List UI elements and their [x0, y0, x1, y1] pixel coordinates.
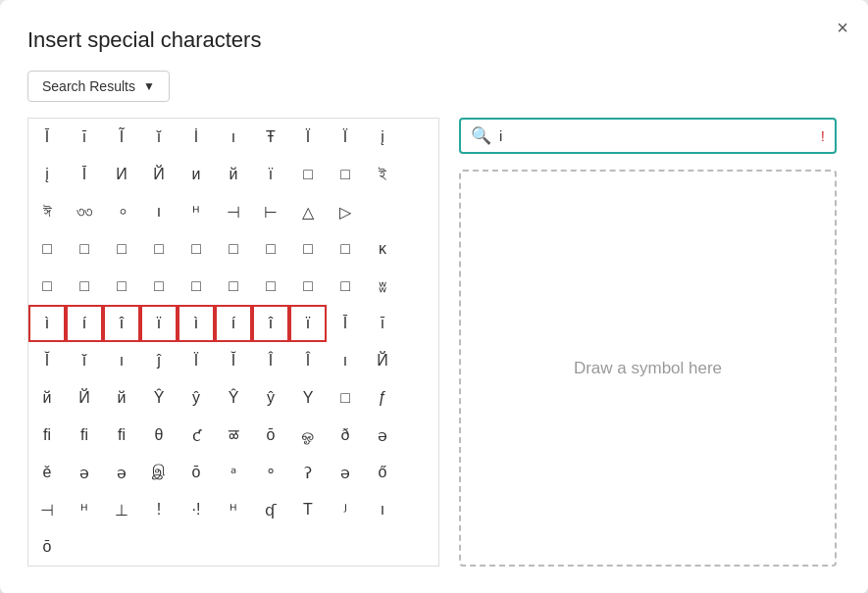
char-cell[interactable]: [289, 528, 327, 566]
char-cell[interactable]: ᵃ: [215, 454, 252, 491]
char-cell[interactable]: í: [66, 305, 103, 342]
char-cell[interactable]: ī: [66, 119, 103, 156]
char-cell[interactable]: [178, 528, 215, 566]
char-cell[interactable]: Ī: [28, 119, 66, 156]
char-cell[interactable]: ƈ: [178, 417, 215, 454]
search-input[interactable]: [499, 127, 813, 144]
char-cell[interactable]: ŷ: [178, 379, 215, 417]
char-cell[interactable]: ·!: [178, 491, 215, 528]
char-cell[interactable]: ī: [364, 305, 401, 342]
char-cell[interactable]: ঈ: [28, 193, 66, 230]
char-cell[interactable]: □: [28, 268, 66, 305]
char-cell[interactable]: î: [103, 305, 140, 342]
char-cell[interactable]: ʔ: [289, 454, 327, 491]
char-cell[interactable]: □: [327, 156, 364, 193]
char-cell[interactable]: [327, 528, 364, 566]
char-cell[interactable]: Ŷ: [215, 379, 252, 417]
char-cell[interactable]: Î: [289, 342, 327, 379]
char-cell[interactable]: □: [327, 268, 364, 305]
char-cell[interactable]: Ŧ: [252, 119, 289, 156]
char-cell[interactable]: ō: [178, 454, 215, 491]
char-cell[interactable]: ı: [103, 342, 140, 379]
char-cell[interactable]: Ī: [66, 156, 103, 193]
char-cell[interactable]: ▷: [327, 193, 364, 230]
char-cell[interactable]: ৩৩: [66, 193, 103, 230]
char-cell[interactable]: ə: [66, 454, 103, 491]
char-cell[interactable]: □: [289, 156, 327, 193]
char-cell[interactable]: ə: [327, 454, 364, 491]
char-cell[interactable]: ᴶ: [327, 491, 364, 528]
char-cell[interactable]: □: [327, 379, 364, 417]
char-cell[interactable]: ì: [28, 305, 66, 342]
char-cell[interactable]: ĭ: [66, 342, 103, 379]
char-cell[interactable]: ı: [140, 193, 178, 230]
char-cell[interactable]: ﬁ: [66, 417, 103, 454]
char-cell[interactable]: □: [289, 268, 327, 305]
char-cell[interactable]: ĵ: [140, 342, 178, 379]
char-cell[interactable]: Ĩ: [103, 119, 140, 156]
char-cell[interactable]: Î: [252, 342, 289, 379]
char-cell[interactable]: ই: [364, 156, 401, 193]
char-cell[interactable]: □: [66, 230, 103, 268]
char-cell[interactable]: ə: [103, 454, 140, 491]
char-cell[interactable]: Υ: [289, 379, 327, 417]
char-cell[interactable]: ᴴ: [178, 193, 215, 230]
char-cell[interactable]: ō: [28, 528, 66, 566]
char-cell[interactable]: ı: [327, 342, 364, 379]
char-cell[interactable]: ஓ: [289, 417, 327, 454]
char-cell[interactable]: [364, 193, 401, 230]
char-cell[interactable]: ﬁ: [28, 417, 66, 454]
char-cell[interactable]: ᴴ: [66, 491, 103, 528]
char-cell[interactable]: ⊣: [28, 491, 66, 528]
char-cell[interactable]: ᴴ: [215, 491, 252, 528]
char-cell[interactable]: Ï: [178, 342, 215, 379]
char-cell[interactable]: и: [178, 156, 215, 193]
char-cell[interactable]: □: [252, 268, 289, 305]
char-cell[interactable]: ﬁ: [103, 417, 140, 454]
char-cell[interactable]: இ: [140, 454, 178, 491]
char-cell[interactable]: □: [215, 268, 252, 305]
char-cell[interactable]: θ: [140, 417, 178, 454]
char-cell[interactable]: ʬ: [364, 268, 401, 305]
char-cell[interactable]: □: [103, 230, 140, 268]
char-cell[interactable]: ⊢: [252, 193, 289, 230]
close-button[interactable]: ×: [837, 18, 848, 37]
char-cell[interactable]: □: [140, 268, 178, 305]
char-cell[interactable]: □: [140, 230, 178, 268]
char-cell[interactable]: □: [327, 230, 364, 268]
char-cell[interactable]: □: [215, 230, 252, 268]
char-cell[interactable]: △: [289, 193, 327, 230]
char-cell[interactable]: ı: [364, 491, 401, 528]
category-dropdown[interactable]: Search Results ▼: [27, 71, 170, 102]
char-cell[interactable]: ʠ: [252, 491, 289, 528]
char-cell[interactable]: ï: [140, 305, 178, 342]
search-box[interactable]: 🔍 !: [459, 118, 837, 154]
char-cell[interactable]: й: [28, 379, 66, 417]
char-cell[interactable]: ŷ: [252, 379, 289, 417]
char-cell[interactable]: ᵒ: [252, 454, 289, 491]
char-cell[interactable]: Ī: [327, 305, 364, 342]
char-cell[interactable]: Ĭ: [215, 342, 252, 379]
char-cell[interactable]: T: [289, 491, 327, 528]
char-cell[interactable]: ĸ: [364, 230, 401, 268]
char-cell[interactable]: [103, 528, 140, 566]
char-cell[interactable]: □: [178, 230, 215, 268]
char-cell[interactable]: й: [215, 156, 252, 193]
char-cell[interactable]: й: [103, 379, 140, 417]
char-cell[interactable]: ì: [178, 305, 215, 342]
char-cell[interactable]: □: [66, 268, 103, 305]
char-cell[interactable]: Й: [66, 379, 103, 417]
char-cell[interactable]: ě: [28, 454, 66, 491]
char-cell[interactable]: ⊥: [103, 491, 140, 528]
char-cell[interactable]: Ĭ: [28, 342, 66, 379]
char-cell[interactable]: [215, 528, 252, 566]
char-cell[interactable]: ő: [364, 454, 401, 491]
char-cell[interactable]: □: [28, 230, 66, 268]
char-cell[interactable]: ï: [289, 305, 327, 342]
char-cell[interactable]: [66, 528, 103, 566]
char-cell[interactable]: ⊣: [215, 193, 252, 230]
char-cell[interactable]: í: [215, 305, 252, 342]
char-cell[interactable]: Ï: [289, 119, 327, 156]
char-cell[interactable]: î: [252, 305, 289, 342]
char-cell[interactable]: Ŷ: [140, 379, 178, 417]
